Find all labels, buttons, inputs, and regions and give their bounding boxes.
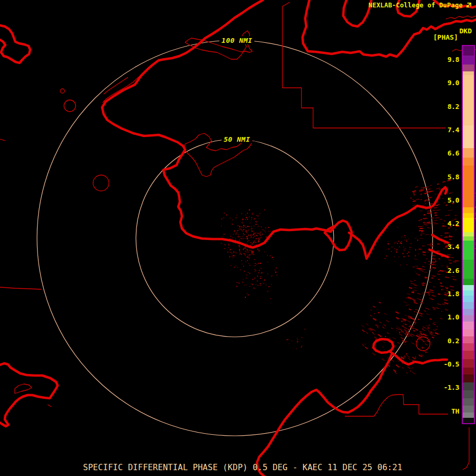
colorbar-tick: 1.8 bbox=[447, 289, 459, 299]
station-id-label: DKD bbox=[460, 27, 472, 35]
colorbar-tick: 9.0 bbox=[447, 78, 459, 88]
colorbar-tick: 8.2 bbox=[447, 102, 459, 112]
cursor-arrow-icon bbox=[465, 2, 472, 9]
product-caption: SPECIFIC DIFFERENTIAL PHASE (KDP) 0.5 DE… bbox=[83, 463, 402, 472]
range-ring-label-50nmi: 50 NMI bbox=[222, 135, 252, 143]
site-title-text: NEXLAB-College of DuPage bbox=[369, 2, 463, 9]
colorbar-tick: TH bbox=[451, 407, 459, 416]
colorbar-tick: 9.8 bbox=[447, 55, 459, 65]
colorbar-tick: 0.2 bbox=[447, 336, 459, 346]
colorbar-tick: 2.6 bbox=[447, 266, 459, 276]
colorbar-tick: 6.6 bbox=[447, 149, 459, 158]
colorbar-tick: 5.8 bbox=[447, 172, 459, 182]
colorbar-tick: 3.4 bbox=[447, 242, 459, 252]
units-label: [PHAS] bbox=[433, 33, 458, 41]
colorbar-tick: -0.5 bbox=[444, 360, 459, 369]
colorbar-tick: 4.2 bbox=[447, 219, 459, 228]
range-ring-label-100nmi: 100 NMI bbox=[219, 36, 254, 44]
site-title: NEXLAB-College of DuPage bbox=[369, 2, 472, 9]
radar-display: 9.89.08.27.46.65.85.04.23.42.61.81.00.2-… bbox=[0, 0, 476, 476]
radar-map bbox=[0, 0, 476, 476]
colorbar-tick: 1.0 bbox=[447, 313, 459, 322]
colorbar-tick: -1.3 bbox=[444, 383, 459, 392]
colorbar bbox=[462, 45, 475, 424]
colorbar-tick: 7.4 bbox=[447, 125, 459, 135]
colorbar-tick: 5.0 bbox=[447, 196, 459, 205]
